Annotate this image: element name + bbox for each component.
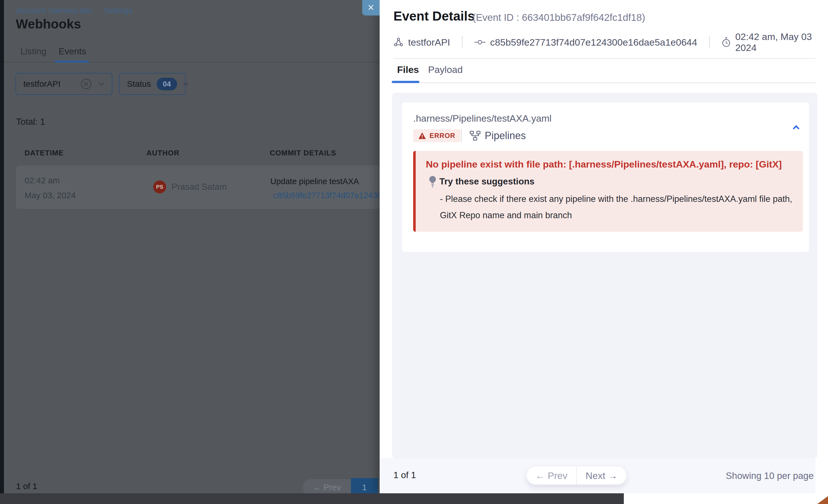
clear-filter-icon[interactable] [80, 77, 93, 90]
meta-webhook: testforAPI [394, 37, 450, 48]
author-name: Prasad Satam [171, 182, 227, 192]
meta-divider [709, 36, 710, 48]
status-filter-label: Status [127, 79, 151, 89]
commit-icon [474, 39, 486, 46]
column-header-commit-details: COMMIT DETAILS [270, 149, 336, 157]
tab-files-active-underline [392, 81, 419, 83]
status-badge-label: ERROR [429, 132, 455, 140]
event-date: May 03, 2024 [25, 191, 76, 200]
pagination-summary: 1 of 1 [16, 481, 37, 491]
left-nav-edge [0, 0, 4, 495]
tab-listing[interactable]: Listing [20, 46, 46, 56]
tab-payload[interactable]: Payload [428, 64, 463, 75]
webhook-filter-dropdown[interactable]: testforAPI [15, 73, 112, 95]
event-time: 02:42 am [25, 176, 60, 185]
drawer-pagination-controls: ← Prev Next → [527, 467, 626, 485]
tab-events[interactable]: Events [58, 46, 86, 56]
commit-hash-link[interactable]: c85b59fe27713f74d07e124300e16dae5a1e0644 [273, 191, 383, 200]
tab-events-active-underline [55, 60, 89, 62]
bottom-dark-band [0, 493, 624, 504]
meta-time-value: 02:42 am, May 03 2024 [735, 31, 828, 53]
meta-time: 02:42 am, May 03 2024 [721, 31, 828, 53]
status-filter-dropdown[interactable]: Status 04 [119, 73, 185, 95]
badge-divider [461, 129, 462, 142]
event-id: (Event ID : 663401bb67af9f642fc1df18) [472, 12, 645, 23]
drawer-footer: 1 of 1 ← Prev Next → Showing 10 per page [380, 458, 815, 493]
event-details-drawer: Event Details (Event ID : 663401bb67af9f… [380, 0, 828, 493]
error-message-box: No pipeline exist with file path: [.harn… [413, 151, 803, 232]
bottom-corner-logo-fragment [817, 496, 828, 504]
error-title: No pipeline exist with file path: [.harn… [426, 159, 782, 170]
close-icon: × [368, 0, 374, 14]
meta-divider [462, 36, 462, 48]
drawer-pagination-summary: 1 of 1 [394, 470, 416, 480]
commit-message: Update pipeline testAXA [271, 177, 359, 186]
drawer-prev-button[interactable]: ← Prev [527, 467, 576, 485]
entity-type-label: Pipelines [485, 130, 526, 142]
clock-icon [721, 37, 731, 48]
event-meta-row: testforAPI c85b59fe27713f74d07e124300e16… [394, 36, 828, 49]
screen: Account: harness-dev › Settings Webhooks… [0, 0, 828, 504]
meta-webhook-name: testforAPI [408, 37, 450, 48]
chevron-up-icon [789, 121, 803, 134]
webhook-filter-value: testforAPI [24, 79, 80, 89]
lightbulb-icon [427, 175, 438, 187]
drawer-next-button[interactable]: Next → [577, 467, 626, 485]
chevron-down-icon [181, 79, 191, 89]
suggestions-title: Try these suggestions [439, 176, 535, 187]
column-header-author: AUTHOR [147, 149, 179, 157]
meta-commit-hash: c85b59fe27713f74d07e124300e16dae5a1e0644 [490, 37, 697, 48]
entity-type: Pipelines [469, 129, 526, 142]
breadcrumb-chevron-icon: › [97, 6, 100, 15]
header-divider [394, 58, 815, 59]
warning-icon [418, 132, 426, 139]
files-tab-content: .harness/Pipelines/testAXA.yaml ERROR [392, 93, 817, 458]
per-page-indicator: Showing 10 per page [726, 470, 814, 481]
suggestions-text: - Please check if there exist any pipeli… [440, 191, 803, 223]
webhook-icon [394, 37, 404, 47]
breadcrumb-settings-link[interactable]: Settings [104, 6, 132, 15]
tab-files[interactable]: Files [397, 64, 419, 75]
page-title: Webhooks [16, 16, 81, 32]
status-badge: ERROR [413, 129, 460, 142]
pipelines-icon [469, 130, 481, 141]
table-row[interactable]: 02:42 am May 03, 2024 PS Prasad Satam Up… [16, 166, 380, 209]
column-header-datetime: DATETIME [25, 149, 64, 157]
breadcrumb-account-link[interactable]: Account: harness-dev [16, 6, 93, 15]
bottom-light-band [624, 493, 828, 504]
collapse-card-button[interactable] [789, 121, 803, 134]
avatar: PS [153, 180, 166, 194]
panel-tabbar-divider [392, 83, 816, 83]
commit-link-row: c85b59fe27713f74d07e124300e16dae5a1e0644 [271, 191, 383, 200]
total-count: Total: 1 [16, 117, 45, 127]
file-result-card: .harness/Pipelines/testAXA.yaml ERROR [402, 102, 810, 252]
status-count-badge: 04 [157, 78, 177, 90]
drawer-title: Event Details [394, 8, 475, 24]
close-drawer-button[interactable]: × [362, 0, 380, 15]
meta-commit: c85b59fe27713f74d07e124300e16dae5a1e0644 [474, 37, 697, 48]
file-path: .harness/Pipelines/testAXA.yaml [413, 113, 551, 124]
breadcrumb: Account: harness-dev › Settings [16, 6, 133, 15]
chevron-down-icon [96, 79, 106, 89]
